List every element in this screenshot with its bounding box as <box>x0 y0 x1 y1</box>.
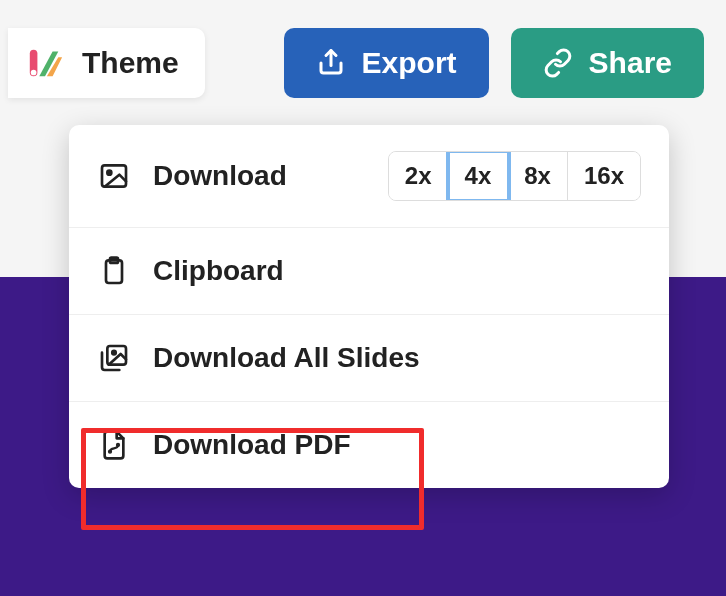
share-button[interactable]: Share <box>511 28 704 98</box>
menu-item-clipboard[interactable]: Clipboard <box>69 228 669 315</box>
menu-item-download-all[interactable]: Download All Slides <box>69 315 669 402</box>
menu-label-download: Download <box>153 160 366 192</box>
scale-option-16x[interactable]: 16x <box>568 152 640 200</box>
image-icon <box>97 159 131 193</box>
pdf-icon <box>97 428 131 462</box>
scale-option-4x[interactable]: 4x <box>449 152 509 200</box>
svg-point-10 <box>117 444 119 446</box>
scale-selector: 2x 4x 8x 16x <box>388 151 641 201</box>
svg-point-9 <box>109 451 111 453</box>
menu-label-clipboard: Clipboard <box>153 255 641 287</box>
share-label: Share <box>589 46 672 80</box>
scale-option-8x[interactable]: 8x <box>508 152 568 200</box>
svg-point-8 <box>112 351 115 354</box>
export-button[interactable]: Export <box>284 28 489 98</box>
menu-item-download-pdf[interactable]: Download PDF <box>69 402 669 488</box>
svg-point-1 <box>31 70 37 76</box>
theme-button[interactable]: Theme <box>8 28 205 98</box>
menu-item-download[interactable]: Download 2x 4x 8x 16x <box>69 125 669 228</box>
menu-label-download-all: Download All Slides <box>153 342 641 374</box>
theme-logo-icon <box>26 44 64 82</box>
images-stack-icon <box>97 341 131 375</box>
svg-point-4 <box>107 171 111 175</box>
theme-label: Theme <box>82 46 179 80</box>
export-label: Export <box>362 46 457 80</box>
toolbar-right: Export Share <box>284 28 704 98</box>
export-icon <box>316 48 346 78</box>
scale-option-2x[interactable]: 2x <box>389 152 449 200</box>
toolbar: Theme Export Share <box>0 0 726 98</box>
menu-label-download-pdf: Download PDF <box>153 429 641 461</box>
clipboard-icon <box>97 254 131 288</box>
link-icon <box>543 48 573 78</box>
export-dropdown: Download 2x 4x 8x 16x Clipboard Download… <box>69 125 669 488</box>
